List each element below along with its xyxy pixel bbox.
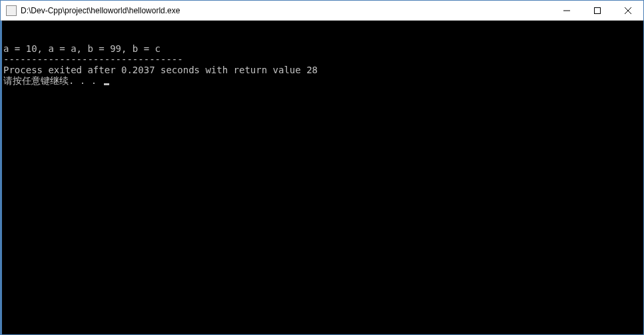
maximize-button[interactable]: [582, 1, 613, 20]
close-icon: [625, 7, 631, 14]
minimize-icon: [563, 7, 570, 14]
console-output[interactable]: a = 10, a = a, b = 99, b = c------------…: [1, 21, 643, 334]
app-icon: [6, 5, 17, 16]
console-window: D:\Dev-Cpp\project\helloworld\helloworld…: [0, 0, 644, 335]
maximize-icon: [594, 7, 601, 14]
output-line: Process exited after 0.2037 seconds with…: [3, 65, 642, 75]
output-line: a = 10, a = a, b = 99, b = c: [3, 43, 642, 54]
output-separator: --------------------------------: [3, 54, 642, 65]
window-title: D:\Dev-Cpp\project\helloworld\helloworld…: [21, 6, 551, 15]
close-button[interactable]: [613, 1, 643, 20]
window-controls: [551, 1, 643, 20]
cursor: [104, 83, 109, 85]
svg-rect-1: [595, 7, 601, 13]
minimize-button[interactable]: [551, 1, 582, 20]
titlebar[interactable]: D:\Dev-Cpp\project\helloworld\helloworld…: [1, 1, 643, 21]
output-prompt: 请按任意键继续. . .: [3, 75, 103, 86]
